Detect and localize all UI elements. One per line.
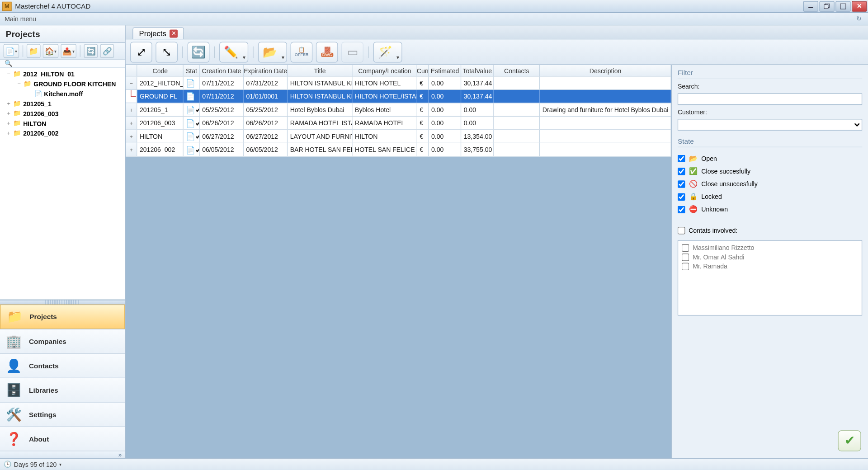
row-expander-icon[interactable]: + [126,117,137,129]
tree-twisty-icon[interactable]: − [15,80,23,87]
row-expander-icon[interactable]: + [126,103,137,116]
column-header[interactable]: Description [540,65,671,76]
folder-button[interactable]: 📁 [27,44,41,58]
offer-button[interactable]: 📋OFFER [291,42,313,62]
refresh-button[interactable]: 🔄 [84,44,98,58]
contact-row[interactable]: Mr. Ramada [682,262,858,271]
cell: 201206_003 [137,117,184,129]
table-row[interactable]: −2012_HILTON_0📄07/11/201207/31/2012HILTO… [126,76,671,90]
contact-row[interactable]: Mr. Omar Al Sahdi [682,252,858,262]
new-button[interactable]: 📄 [4,44,19,58]
menu-corner-icon[interactable]: ↻ [854,14,863,24]
cell: Hotel Byblos Dubai [288,103,353,116]
tree-twisty-icon[interactable]: + [5,130,13,136]
state-filter-row[interactable]: 🔒Locked [678,190,862,203]
home-button[interactable]: 🏠 [43,44,59,58]
state-filter-row[interactable]: 📂Open [678,152,862,164]
cell: 33,755.00 [462,143,494,156]
state-checkbox[interactable] [678,155,685,162]
state-filter-row[interactable]: ⛔Unknown [678,203,862,216]
column-header[interactable]: Expiration Date [244,65,288,76]
tree-twisty-icon[interactable]: + [5,120,13,127]
row-expander-icon[interactable]: + [126,143,137,156]
tree-node[interactable]: 📄Kitchen.moff [2,89,123,99]
sidebar-nav-projects[interactable]: 📁Projects [0,305,125,329]
table-row[interactable]: +HILTON📄✔06/27/201206/27/2012LAYOUT AND … [126,130,671,144]
dwg-button[interactable]: 🧱DWG [316,42,338,62]
contact-checkbox[interactable] [682,244,689,252]
search-input[interactable] [678,94,862,105]
tree-node[interactable]: +📁HILTON [2,118,123,128]
sidebar-search-row[interactable]: 🔍 [0,60,125,68]
column-header[interactable]: Code [137,65,184,76]
column-header[interactable]: Curr [417,65,429,76]
maximize-button[interactable] [835,1,850,11]
cell [494,103,540,116]
sidebar-title: Projects [6,29,40,39]
cell: 📄✔ [184,130,200,143]
column-header[interactable]: TotalValue [462,65,494,76]
restore-button[interactable] [819,1,834,11]
column-header[interactable]: Estimated [429,65,462,76]
contact-checkbox[interactable] [682,263,689,270]
app-title: Masterchef 4 AUTOCAD [15,2,90,10]
contact-row[interactable]: Massimiliano Rizzetto [682,243,858,253]
contacts-listbox[interactable]: Massimiliano RizzettoMr. Omar Al SahdiMr… [678,240,862,315]
customer-select[interactable] [678,119,862,131]
tree-twisty-icon[interactable]: + [5,100,13,107]
main-menu-item[interactable]: Main menu [5,15,36,22]
row-expander-icon[interactable]: − [126,76,137,89]
sidebar-nav-companies[interactable]: 🏢Companies [0,329,125,353]
tree-node[interactable]: +📁201206_002 [2,128,123,138]
sidebar-nav-contacts[interactable]: 👤Contacts [0,353,125,378]
close-button[interactable]: ✕ [852,1,867,11]
open-folder-button[interactable]: 📂 [258,42,287,62]
sidebar-nav-about[interactable]: ❓About [0,426,125,451]
tree-twisty-icon[interactable]: + [5,110,13,117]
column-header[interactable]: Contacts [494,65,540,76]
table-row[interactable]: +201205_1📄✔05/25/201205/25/2012Hotel Byb… [126,103,671,117]
state-checkbox[interactable] [678,180,685,188]
column-header[interactable]: Creation Date [200,65,244,76]
project-tree[interactable]: −📁2012_HILTON_01−📁GROUND FLOOR KITCHEN📄K… [0,68,125,300]
state-checkbox[interactable] [678,193,685,201]
edit-button[interactable]: ✏️ [220,42,249,62]
minimize-button[interactable] [803,1,818,11]
column-header[interactable]: Stat [184,65,200,76]
tab-close-icon[interactable]: ✕ [170,29,178,38]
expand-all-button[interactable]: ⤢ [130,42,152,62]
status-dropdown-icon[interactable]: ▾ [59,462,61,467]
export-button[interactable]: 📤 [61,44,76,58]
cell: HILTON HOTEL/ISTANB [353,90,417,103]
state-checkbox[interactable] [678,206,685,213]
row-expander-icon[interactable]: + [126,130,137,143]
tree-node[interactable]: −📁GROUND FLOOR KITCHEN [2,79,123,89]
tree-twisty-icon[interactable]: − [5,71,13,77]
tree-node[interactable]: −📁2012_HILTON_01 [2,69,123,79]
sidebar-nav-libraries[interactable]: 🗄️Libraries [0,378,125,402]
sidebar-nav-settings[interactable]: 🛠️Settings [0,402,125,426]
column-header[interactable]: Company/Location [353,65,417,76]
contact-checkbox[interactable] [682,253,689,261]
table-row[interactable]: GROUND FL📄07/11/201201/01/0001HILTON IST… [126,90,671,103]
state-checkbox[interactable] [678,167,685,175]
state-filter-row[interactable]: ✅Close succesfully [678,165,862,178]
contacts-involved-checkbox[interactable] [678,226,685,234]
table-row[interactable]: +201206_002📄✔06/05/201206/05/2012BAR HOT… [126,143,671,157]
tab-projects[interactable]: Projects ✕ [133,27,184,39]
sidebar-splitter[interactable] [0,300,125,305]
state-filter-row[interactable]: 🚫Close unsuccesfully [678,178,862,190]
sidebar-collapse[interactable]: » [0,451,125,458]
collapse-all-button[interactable]: ⤡ [156,42,178,62]
tree-node[interactable]: +📁201206_003 [2,108,123,118]
refresh-grid-button[interactable]: 🔄 [188,42,210,62]
cell: 06/05/2012 [244,143,288,156]
projects-grid[interactable]: CodeStatCreation DateExpiration DateTitl… [126,65,671,157]
link-button[interactable]: 🔗 [100,44,114,58]
table-row[interactable]: +201206_003📄✔06/26/201206/26/2012RAMADA … [126,117,671,130]
magic-wand-button[interactable]: 🪄 [373,42,402,62]
tree-node[interactable]: +📁201205_1 [2,99,123,108]
apply-filter-button[interactable]: ✔ [838,430,861,451]
column-header[interactable]: Title [288,65,353,76]
column-header[interactable] [126,65,137,76]
